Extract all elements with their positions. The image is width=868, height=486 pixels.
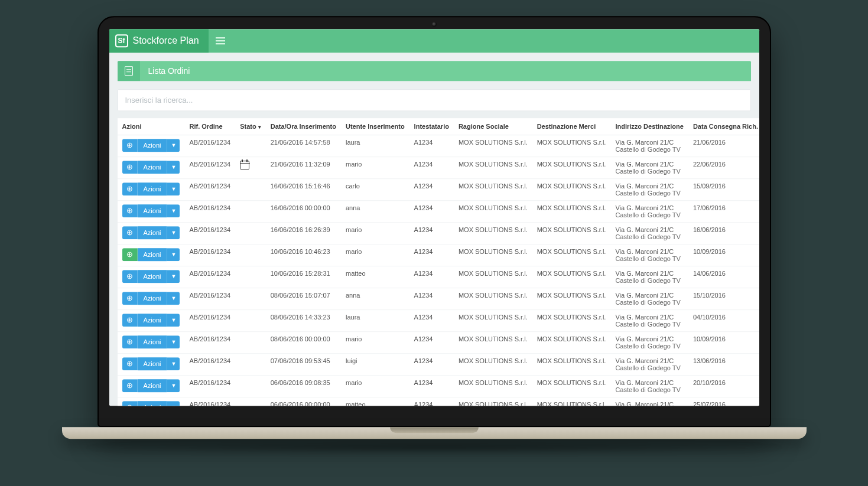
row-actions-dropdown[interactable]: ▼ xyxy=(167,292,180,305)
row-actions-button[interactable]: Azioni xyxy=(138,292,167,305)
row-actions-button[interactable]: Azioni xyxy=(138,270,167,283)
row-expand-button[interactable]: ⊕ xyxy=(122,292,138,305)
cell-indirizzo: Via G. Marconi 21/CCastello di Godego TV xyxy=(610,244,688,266)
row-actions-button[interactable]: Azioni xyxy=(138,335,167,348)
plus-icon: ⊕ xyxy=(126,338,133,345)
cell-intestatario: A1234 xyxy=(409,288,454,309)
row-actions-dropdown[interactable]: ▼ xyxy=(167,379,180,392)
col-rif[interactable]: Rif. Ordine xyxy=(184,118,235,135)
row-actions-button[interactable]: Azioni xyxy=(138,379,167,392)
row-expand-button[interactable]: ⊕ xyxy=(122,314,138,327)
cell-dest-merci: MOX SOLUTIONS S.r.l. xyxy=(532,156,611,178)
row-actions-button[interactable]: Azioni xyxy=(138,161,167,174)
cell-ragione: MOX SOLUTIONS S.r.l. xyxy=(454,266,532,288)
cell-indirizzo: Via G. Marconi 21/CCastello di Godego TV xyxy=(610,222,688,244)
row-actions-button[interactable]: Azioni xyxy=(138,204,167,217)
brand[interactable]: Sf Stockforce Plan xyxy=(109,29,209,53)
cell-ragione: MOX SOLUTIONS S.r.l. xyxy=(454,200,532,222)
row-expand-button[interactable]: ⊕ xyxy=(122,226,138,239)
row-actions-dropdown[interactable]: ▼ xyxy=(167,357,180,370)
row-actions-dropdown[interactable]: ▼ xyxy=(167,248,180,261)
cell-indirizzo: Via G. Marconi 21/CCastello di Godego TV xyxy=(610,200,688,222)
row-expand-button[interactable]: ⊕ xyxy=(122,270,138,283)
cell-ragione: MOX SOLUTIONS S.r.l. xyxy=(454,135,532,156)
col-indirizzo[interactable]: Indirizzo Destinazione xyxy=(610,118,688,135)
row-expand-button[interactable]: ⊕ xyxy=(122,204,138,217)
col-utente[interactable]: Utente Inserimento xyxy=(341,118,409,135)
table-row: ⊕Azioni▼AB/2016/123416/06/2016 16:26:39m… xyxy=(118,222,759,244)
cell-utente: laura xyxy=(341,309,409,331)
brand-logo-icon: Sf xyxy=(115,34,128,47)
col-stato[interactable]: Stato xyxy=(235,118,266,135)
chevron-down-icon: ▼ xyxy=(171,317,177,323)
cell-ragione: MOX SOLUTIONS S.r.l. xyxy=(454,375,532,397)
cell-consegna: 25/07/2016 xyxy=(688,397,759,406)
cell-dest-merci: MOX SOLUTIONS S.r.l. xyxy=(532,266,611,288)
row-actions-button[interactable]: Azioni xyxy=(138,226,167,239)
cell-rif: AB/2016/1234 xyxy=(184,200,235,222)
row-actions-dropdown[interactable]: ▼ xyxy=(167,314,180,327)
row-expand-button[interactable]: ⊕ xyxy=(122,401,138,406)
cell-ragione: MOX SOLUTIONS S.r.l. xyxy=(454,397,532,406)
menu-toggle-button[interactable] xyxy=(209,29,232,53)
row-expand-button[interactable]: ⊕ xyxy=(122,139,138,152)
row-actions-button[interactable]: Azioni xyxy=(138,401,167,406)
cell-intestatario: A1234 xyxy=(409,222,454,244)
search-input[interactable] xyxy=(118,90,750,110)
cell-data-ins: 08/06/2016 15:07:07 xyxy=(266,288,341,309)
row-actions-button[interactable]: Azioni xyxy=(138,357,167,370)
chevron-down-icon: ▼ xyxy=(171,164,177,170)
row-expand-button[interactable]: ⊕ xyxy=(122,335,138,348)
cell-utente: luigi xyxy=(341,353,409,375)
brand-name: Stockforce Plan xyxy=(133,35,199,46)
row-actions-dropdown[interactable]: ▼ xyxy=(167,139,180,152)
col-ragione[interactable]: Ragione Sociale xyxy=(454,118,532,135)
cell-indirizzo: Via G. Marconi 21/CCastello di Godego TV xyxy=(610,353,688,375)
cell-stato xyxy=(235,309,266,331)
col-dest-merci[interactable]: Destinazione Merci xyxy=(532,118,611,135)
table-row: ⊕Azioni▼AB/2016/123410/06/2016 10:46:23m… xyxy=(118,244,759,266)
cell-stato xyxy=(235,200,266,222)
row-actions-button[interactable]: Azioni xyxy=(138,182,167,195)
row-expand-button[interactable]: ⊕ xyxy=(122,182,138,195)
row-actions-dropdown[interactable]: ▼ xyxy=(167,401,180,406)
cell-dest-merci: MOX SOLUTIONS S.r.l. xyxy=(532,244,611,266)
cell-rif: AB/2016/1234 xyxy=(184,309,235,331)
cell-consegna: 13/06/2016 xyxy=(688,353,759,375)
row-actions-dropdown[interactable]: ▼ xyxy=(167,335,180,348)
cell-data-ins: 21/06/2016 11:32:09 xyxy=(266,156,341,178)
plus-icon: ⊕ xyxy=(126,403,133,406)
row-actions-dropdown[interactable]: ▼ xyxy=(167,161,180,174)
cell-indirizzo: Via G. Marconi 21/CCastello di Godego TV xyxy=(610,288,688,309)
cell-intestatario: A1234 xyxy=(409,309,454,331)
row-actions-dropdown[interactable]: ▼ xyxy=(167,226,180,239)
table-row: ⊕Azioni▼AB/2016/123416/06/2016 15:16:46c… xyxy=(118,178,759,200)
table-row: ⊕Azioni▼AB/2016/123408/06/2016 00:00:00m… xyxy=(118,331,759,353)
table-row: ⊕Azioni▼AB/2016/123410/06/2016 15:28:31m… xyxy=(118,266,759,288)
cell-consegna: 04/10/2016 xyxy=(688,309,759,331)
cell-intestatario: A1234 xyxy=(409,135,454,156)
row-expand-button[interactable]: ⊕ xyxy=(122,248,138,261)
row-actions-button[interactable]: Azioni xyxy=(138,248,167,261)
cell-rif: AB/2016/1234 xyxy=(184,397,235,406)
cell-data-ins: 21/06/2016 14:57:58 xyxy=(266,135,341,156)
col-azioni[interactable]: Azioni xyxy=(118,118,185,135)
plus-icon: ⊕ xyxy=(126,294,133,302)
cell-stato xyxy=(235,331,266,353)
cell-dest-merci: MOX SOLUTIONS S.r.l. xyxy=(532,200,611,222)
row-expand-button[interactable]: ⊕ xyxy=(122,357,138,370)
col-intestatario[interactable]: Intestatario xyxy=(409,118,454,135)
row-expand-button[interactable]: ⊕ xyxy=(122,379,138,392)
row-actions-dropdown[interactable]: ▼ xyxy=(167,270,180,283)
cell-utente: matteo xyxy=(341,266,409,288)
row-actions-dropdown[interactable]: ▼ xyxy=(167,204,180,217)
col-data-ins[interactable]: Data/Ora Inserimento xyxy=(266,118,341,135)
cell-dest-merci: MOX SOLUTIONS S.r.l. xyxy=(532,353,611,375)
row-expand-button[interactable]: ⊕ xyxy=(122,161,138,174)
row-actions-button[interactable]: Azioni xyxy=(138,314,167,327)
cell-stato xyxy=(235,266,266,288)
row-actions-dropdown[interactable]: ▼ xyxy=(167,182,180,195)
row-actions-button[interactable]: Azioni xyxy=(138,139,167,152)
cell-intestatario: A1234 xyxy=(409,244,454,266)
col-consegna[interactable]: Data Consegna Rich. xyxy=(688,118,759,135)
